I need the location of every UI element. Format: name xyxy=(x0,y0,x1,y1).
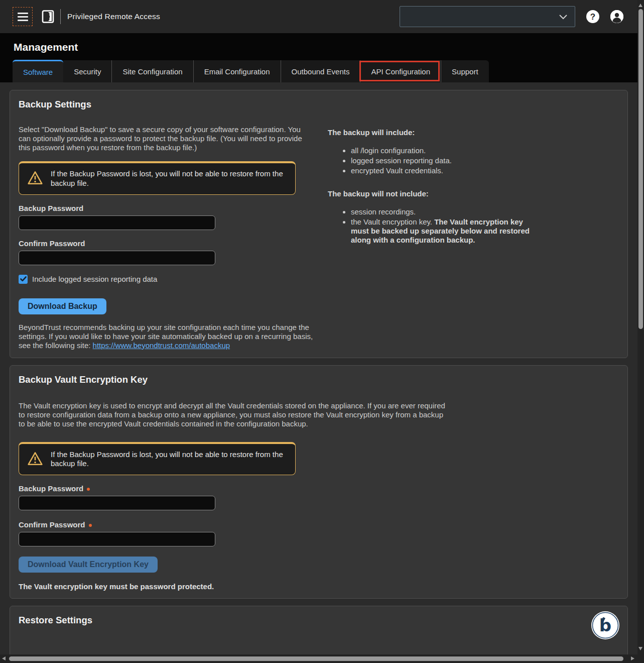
header-dropdown[interactable] xyxy=(400,6,575,27)
list-item: all /login configuration. xyxy=(351,146,619,155)
vault-confirm-password-label: Confirm Password xyxy=(19,520,619,529)
label-text: Backup Password xyxy=(19,204,83,212)
horizontal-scrollbar-thumb[interactable] xyxy=(9,656,623,661)
download-backup-button[interactable]: Download Backup xyxy=(19,298,106,314)
backup-warning-box: If the Backup Password is lost, you will… xyxy=(19,161,296,195)
label-text: Confirm Password xyxy=(19,520,85,529)
will-not-include-list: session recordings. the Vault encryption… xyxy=(328,207,619,245)
hamburger-bar xyxy=(18,16,28,18)
confirm-password-input[interactable] xyxy=(19,251,215,265)
page-title: Management xyxy=(14,41,637,53)
scroll-down-arrow-icon[interactable] xyxy=(638,647,642,650)
list-item: logged session reporting data. xyxy=(351,156,619,165)
download-vault-key-button[interactable]: Download Vault Encryption Key xyxy=(19,557,158,573)
list-item: the Vault encryption key. The Vault encr… xyxy=(351,217,532,245)
header-divider xyxy=(60,9,61,24)
tab-site-configuration[interactable]: Site Configuration xyxy=(111,60,193,82)
warning-text: If the Backup Password is lost, you will… xyxy=(51,169,287,188)
vault-key-note: The Vault encryption key must be passwor… xyxy=(19,582,619,591)
backup-settings-left-column: Backup Settings Select "Download Backup"… xyxy=(19,99,320,350)
will-include-list: all /login configuration. logged session… xyxy=(328,146,619,175)
checkbox-checked-icon xyxy=(19,275,28,284)
vault-warning-box: If the Backup Password is lost, you will… xyxy=(19,442,296,476)
main-content: Backup Settings Select "Download Backup"… xyxy=(0,82,637,663)
vault-key-title: Backup Vault Encryption Key xyxy=(19,374,619,385)
scroll-right-arrow-icon[interactable] xyxy=(631,656,634,660)
scroll-up-arrow-icon[interactable] xyxy=(638,4,642,7)
warning-icon xyxy=(27,451,43,468)
tab-outbound-events[interactable]: Outbound Events xyxy=(281,60,360,82)
user-avatar-icon[interactable] xyxy=(610,10,623,23)
vault-confirm-password-input[interactable] xyxy=(19,532,215,546)
tab-api-configuration-label: API Configuration xyxy=(371,67,430,76)
label-text: Confirm Password xyxy=(19,239,85,248)
backup-settings-intro: Select "Download Backup" to save a secur… xyxy=(19,125,310,152)
help-glyph: ? xyxy=(590,13,595,21)
horizontal-scrollbar[interactable] xyxy=(0,654,637,663)
backup-footer-note: BeyondTrust recommends backing up your s… xyxy=(19,323,320,350)
svg-text:b: b xyxy=(599,615,611,635)
hamburger-menu-icon[interactable] xyxy=(13,7,33,26)
tab-software[interactable]: Software xyxy=(13,60,63,82)
top-bar: Privileged Remote Access ? xyxy=(0,0,637,33)
door-logo-icon xyxy=(42,10,54,24)
backup-settings-title: Backup Settings xyxy=(19,99,320,110)
beyondtrust-logo-icon: b xyxy=(591,611,620,641)
hamburger-bar xyxy=(18,13,28,14)
autobackup-link[interactable]: https://www.beyondtrust.com/autobackup xyxy=(93,341,230,350)
chevron-down-icon xyxy=(559,13,568,21)
hamburger-bar xyxy=(18,20,28,21)
scroll-left-arrow-icon[interactable] xyxy=(2,656,6,660)
tab-bar: Software Security Site Configuration Ema… xyxy=(13,60,637,82)
warning-icon xyxy=(27,170,43,187)
app-viewport: Privileged Remote Access ? Management So… xyxy=(0,0,644,663)
page-header: Management Software Security Site Config… xyxy=(0,33,637,82)
list-item: session recordings. xyxy=(351,207,619,216)
confirm-password-label: Confirm Password xyxy=(19,239,320,248)
backup-password-label: Backup Password xyxy=(19,204,320,212)
tab-api-configuration[interactable]: API Configuration xyxy=(360,60,441,82)
tab-security[interactable]: Security xyxy=(63,60,111,82)
app-title: Privileged Remote Access xyxy=(67,12,160,21)
label-text: Backup Password xyxy=(19,484,83,493)
backup-password-input[interactable] xyxy=(19,215,215,230)
will-not-include-title: The backup will not include: xyxy=(328,189,619,198)
vault-key-card: Backup Vault Encryption Key The Vault en… xyxy=(10,365,628,599)
will-include-title: The backup will include: xyxy=(328,128,619,137)
vault-backup-password-input[interactable] xyxy=(19,496,215,510)
include-session-data-checkbox[interactable]: Include logged session reporting data xyxy=(19,275,320,284)
required-indicator-dot xyxy=(89,524,92,527)
checkbox-label: Include logged session reporting data xyxy=(32,275,157,283)
warning-text: If the Backup Password is lost, you will… xyxy=(51,450,287,469)
list-item: encrypted Vault credentials. xyxy=(351,166,619,175)
required-indicator-dot xyxy=(87,488,90,491)
vault-backup-password-label: Backup Password xyxy=(19,484,619,493)
list-item-text: the Vault encryption key. xyxy=(351,217,434,226)
vertical-scrollbar-thumb[interactable] xyxy=(638,9,643,329)
vertical-scrollbar[interactable] xyxy=(637,0,644,663)
vault-key-intro: The Vault encryption key is used to encr… xyxy=(19,401,445,428)
backup-settings-right-column: The backup will include: all /login conf… xyxy=(328,99,619,350)
tab-email-configuration[interactable]: Email Configuration xyxy=(193,60,281,82)
help-icon[interactable]: ? xyxy=(586,10,599,23)
restore-settings-title: Restore Settings xyxy=(19,615,92,626)
tab-support[interactable]: Support xyxy=(441,60,489,82)
backup-settings-card: Backup Settings Select "Download Backup"… xyxy=(10,90,628,358)
